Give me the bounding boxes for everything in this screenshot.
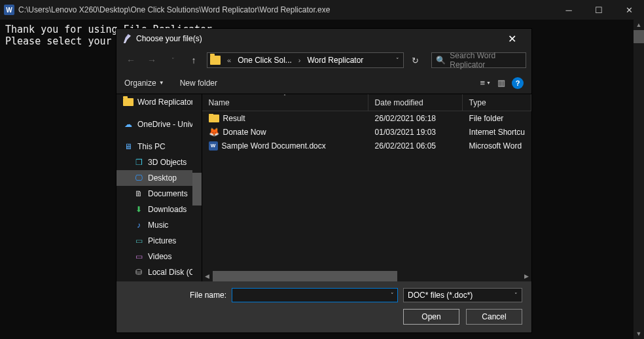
scroll-left-icon[interactable]: ◀: [202, 271, 213, 281]
tree-scrollbar[interactable]: [192, 94, 202, 281]
new-folder-button[interactable]: New folder: [180, 79, 217, 88]
tree-item-word-replicator[interactable]: Word Replicator: [116, 94, 202, 110]
dialog-close-button[interactable]: ✕: [497, 29, 526, 48]
maximize-button[interactable]: ☐: [584, 0, 614, 20]
word-icon: W: [209, 141, 218, 151]
word-app-icon: W: [4, 5, 14, 15]
tree-item-onedrive-univer[interactable]: ☁OneDrive - Univer: [116, 116, 202, 132]
chevron-down-icon[interactable]: ˅: [391, 292, 394, 298]
file-type: File folder: [463, 114, 531, 123]
cube-icon: ❒: [134, 157, 144, 168]
chevron-down-icon: ▼: [159, 80, 164, 86]
scroll-right-icon[interactable]: ▶: [521, 271, 531, 281]
breadcrumb-seg-1[interactable]: One Click Sol...: [235, 56, 295, 65]
tree-item-videos[interactable]: ▭Videos: [116, 249, 202, 264]
desktop-icon: 🖵: [134, 173, 144, 183]
tree-item-3d-objects[interactable]: ❒3D Objects: [116, 154, 202, 170]
tree-item-label: Documents: [148, 189, 188, 198]
tree-item-label: This PC: [137, 142, 166, 151]
pc-icon: 🖥: [123, 141, 134, 152]
close-button[interactable]: ✕: [614, 0, 644, 20]
forward-button[interactable]: →: [143, 52, 161, 69]
column-name[interactable]: Name˄: [202, 94, 368, 111]
tree-item-label: 3D Objects: [148, 158, 187, 167]
tree-item-this-pc[interactable]: 🖥This PC: [116, 139, 202, 154]
tree-item-label: Word Replicator: [137, 98, 194, 107]
folder-tree[interactable]: Word Replicator☁OneDrive - Univer🖥This P…: [116, 94, 202, 281]
ff-icon: 🦊: [209, 128, 219, 137]
tree-item-local-disk-c-[interactable]: ⛁Local Disk (C:): [116, 264, 202, 280]
chevron-down-icon: ˅: [514, 292, 518, 298]
file-row[interactable]: Result26/02/2021 06:18File folder: [202, 111, 531, 125]
file-name: Donate Now: [223, 128, 266, 137]
folder-icon: [210, 56, 221, 65]
scroll-thumb[interactable]: [192, 173, 202, 205]
tree-item-desktop[interactable]: 🖵Desktop: [116, 170, 202, 186]
column-type[interactable]: Type: [463, 94, 531, 111]
sort-asc-icon: ˄: [283, 94, 286, 99]
filetype-select[interactable]: DOC* files (*.doc*) ˅: [403, 288, 522, 302]
file-list-header[interactable]: Name˄ Date modified Type: [202, 94, 531, 111]
file-name: Result: [223, 114, 245, 123]
tree-item-label: Pictures: [148, 236, 176, 245]
breadcrumb[interactable]: « One Click Sol... › Word Replicator ˅: [207, 52, 404, 68]
open-button[interactable]: Open: [403, 309, 459, 325]
file-name: Sample Word Document.docx: [222, 141, 326, 151]
recent-chevron-icon[interactable]: ˅: [164, 52, 182, 69]
tree-item-documents[interactable]: 🗎Documents: [116, 186, 202, 202]
down-icon: ⬇: [134, 204, 144, 215]
file-row[interactable]: 🦊Donate Now01/03/2021 19:03Internet Shor…: [202, 125, 531, 139]
tree-item-label: Downloads: [148, 205, 187, 214]
console-scrollbar[interactable]: ▲ ▼: [634, 20, 644, 339]
tree-item-label: Desktop: [148, 173, 177, 183]
tree-item-label: OneDrive - Univer: [137, 120, 200, 129]
scroll-up-icon[interactable]: ▲: [634, 20, 644, 30]
tree-item-pictures[interactable]: ▭Pictures: [116, 233, 202, 249]
view-mode-button[interactable]: ≡▼: [480, 78, 491, 88]
refresh-button[interactable]: ↻: [406, 56, 423, 65]
dialog-title: Choose your file(s): [136, 34, 202, 43]
folder-icon: [123, 98, 134, 106]
help-button[interactable]: ?: [512, 77, 524, 89]
file-date: 01/03/2021 19:03: [368, 128, 463, 137]
tree-item-music[interactable]: ♪Music: [116, 217, 202, 233]
dialog-toolbar: Organize▼ New folder ≡▼ ▥ ?: [116, 72, 531, 94]
dialog-titlebar[interactable]: Choose your file(s) ✕: [116, 29, 531, 48]
file-date: 26/02/2021 06:18: [368, 114, 463, 123]
console-title: C:\Users\Lenovo X260\Desktop\One Click S…: [18, 5, 330, 14]
chevron-right-icon: ›: [295, 56, 305, 64]
column-date[interactable]: Date modified: [368, 94, 463, 111]
file-row[interactable]: WSample Word Document.docx26/02/2021 06:…: [202, 139, 531, 152]
music-icon: ♪: [134, 220, 144, 230]
folder-icon: [209, 115, 219, 122]
cancel-button[interactable]: Cancel: [466, 309, 522, 325]
file-type: Microsoft Word: [463, 141, 531, 151]
navigation-row: ← → ˅ ↑ « One Click Sol... › Word Replic…: [116, 48, 531, 72]
pic-icon: ▭: [134, 236, 144, 246]
vid-icon: ▭: [134, 251, 144, 262]
filename-label: File name:: [190, 291, 226, 300]
scroll-thumb[interactable]: [213, 271, 398, 281]
file-list[interactable]: Name˄ Date modified Type Result26/02/202…: [202, 94, 531, 281]
organize-button[interactable]: Organize▼: [124, 79, 164, 88]
up-button[interactable]: ↑: [185, 52, 203, 69]
tree-item-label: Music: [148, 221, 168, 230]
back-button[interactable]: ←: [122, 52, 140, 69]
horizontal-scrollbar[interactable]: ◀ ▶: [202, 271, 531, 281]
console-titlebar[interactable]: W C:\Users\Lenovo X260\Desktop\One Click…: [0, 0, 644, 20]
filename-input[interactable]: [232, 288, 398, 302]
file-date: 26/02/2021 06:05: [368, 141, 463, 151]
preview-pane-button[interactable]: ▥: [497, 78, 505, 88]
scroll-thumb[interactable]: [634, 30, 644, 43]
search-placeholder: Search Word Replicator: [450, 51, 522, 69]
file-open-dialog: Choose your file(s) ✕ ← → ˅ ↑ « One Clic…: [116, 29, 531, 332]
tree-item-downloads[interactable]: ⬇Downloads: [116, 202, 202, 217]
breadcrumb-seg-2[interactable]: Word Replicator: [305, 56, 367, 65]
chevron-down-icon[interactable]: ˅: [392, 57, 403, 63]
cloud-icon: ☁: [123, 119, 134, 130]
chevron-right-icon[interactable]: «: [223, 56, 235, 64]
tree-item-label: Videos: [148, 252, 171, 261]
search-input[interactable]: 🔍 Search Word Replicator: [431, 52, 526, 68]
scroll-down-icon[interactable]: ▼: [634, 329, 644, 339]
minimize-button[interactable]: ─: [554, 0, 584, 20]
